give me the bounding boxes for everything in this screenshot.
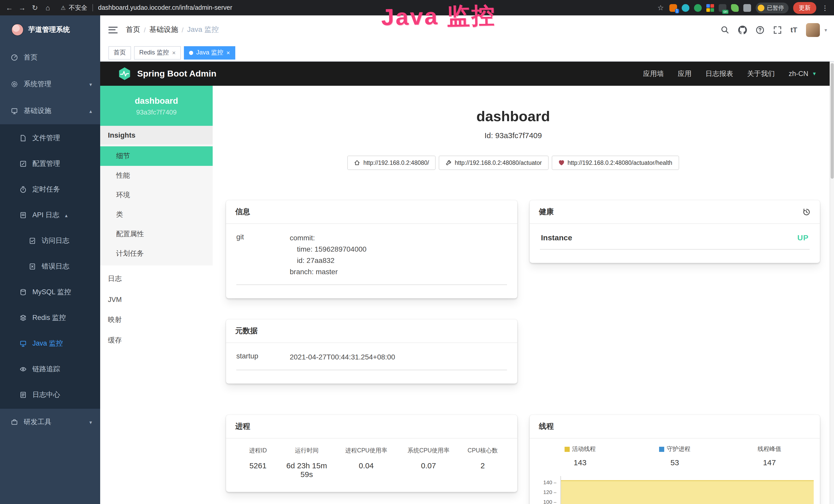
sidebar-item-home[interactable]: 首页 (0, 44, 100, 71)
spring-boot-admin-logo-icon (118, 67, 132, 81)
sba-item-mappings[interactable]: 映射 (100, 310, 213, 330)
sba-item-jvm[interactable]: JVM (100, 289, 213, 310)
sidebar-item-api-log[interactable]: API 日志 ▴ (0, 202, 100, 228)
live-threads-area (561, 480, 814, 504)
chevron-down-icon: ▾ (89, 82, 92, 87)
extension-icon[interactable] (682, 4, 689, 12)
sidebar-item-java-monitor[interactable]: Java 监控 (0, 331, 100, 357)
error-log-icon (29, 263, 36, 270)
extension-grid-icon[interactable] (706, 4, 714, 12)
sba-item-metrics[interactable]: 性能 (100, 166, 213, 185)
sidebar-item-tracing[interactable]: 链路追踪 (0, 357, 100, 382)
extension-icon[interactable]: on (719, 4, 726, 12)
y-tick: 120 (536, 489, 556, 495)
bookmark-star-icon[interactable]: ☆ (657, 4, 665, 12)
search-icon[interactable] (721, 25, 729, 34)
breadcrumb-separator: / (182, 26, 183, 33)
tab-label: Java 监控 (196, 48, 223, 57)
sba-instance-header[interactable]: dashboard 93a3fc7f7409 (100, 86, 213, 126)
timer-icon (20, 186, 27, 193)
tab-home[interactable]: 首页 (108, 46, 131, 59)
git-branch-line: branch: master (290, 266, 507, 277)
help-icon[interactable] (756, 25, 764, 34)
sidebar-item-file-management[interactable]: 文件管理 (0, 125, 100, 151)
extension-icon[interactable] (694, 4, 702, 12)
sba-item-environment[interactable]: 环境 (100, 185, 213, 205)
extension-icon[interactable]: 1 (670, 4, 677, 12)
sba-brand[interactable]: Spring Boot Admin (100, 67, 217, 81)
sidebar-submenu-infrastructure: 文件管理 配置管理 定时任务 API 日志 ▴ 访问日志 错误日志 (0, 124, 100, 409)
sidebar-item-mysql-monitor[interactable]: MySQL 监控 (0, 279, 100, 305)
breadcrumb-infrastructure[interactable]: 基础设施 (149, 25, 178, 35)
actuator-url-button[interactable]: http://192.168.0.2:48080/actuator (439, 156, 548, 170)
header-actions: tT ▾ (721, 23, 827, 37)
sidebar-item-label: 系统管理 (24, 79, 84, 89)
sba-sidebar: dashboard 93a3fc7f7409 Insights 细节 性能 环境… (100, 86, 213, 504)
history-icon[interactable] (803, 208, 811, 216)
sidebar-item-infrastructure[interactable]: 基础设施 ▴ (0, 97, 100, 124)
address-bar[interactable]: ⚠ 不安全 dashboard.yudao.iocoder.cn/infra/a… (57, 3, 652, 12)
browser-menu-icon[interactable]: ⋮ (821, 4, 829, 12)
sba-item-scheduled-tasks[interactable]: 计划任务 (100, 244, 213, 264)
profile-chip[interactable]: 已暂停 (756, 2, 789, 13)
home-icon[interactable]: ⌂ (44, 4, 52, 12)
live-threads-swatch-icon (564, 446, 569, 452)
scrollbar[interactable] (830, 62, 834, 504)
sidebar-item-access-log[interactable]: 访问日志 (0, 228, 100, 254)
service-url-button[interactable]: http://192.168.0.2:48080/ (348, 156, 436, 170)
sidebar-item-label: 研发工具 (24, 417, 84, 427)
browser-update-button[interactable]: 更新 (793, 2, 816, 14)
sba-nav-locale[interactable]: zh-CN (789, 70, 808, 77)
health-instance-row: Instance UP (540, 232, 810, 250)
avatar-caret-icon[interactable]: ▾ (825, 27, 827, 32)
font-size-icon[interactable]: tT (791, 26, 797, 34)
close-icon[interactable]: × (226, 49, 230, 56)
sidebar-item-label: API 日志 (32, 210, 59, 220)
sidebar-item-error-log[interactable]: 错误日志 (0, 254, 100, 279)
close-icon[interactable]: × (172, 49, 176, 56)
tab-redis-monitor[interactable]: Redis 监控 × (134, 46, 181, 59)
legend-label: 活动线程 (572, 445, 596, 453)
process-table-values: 5261 6d 23h 15m 59s 0.04 0.07 2 (236, 461, 507, 479)
sba-nav-applications[interactable]: 应用 (678, 69, 692, 78)
scrollbar-thumb[interactable] (831, 63, 834, 179)
system-cpu: 0.07 (399, 461, 458, 479)
sidebar-item-config-management[interactable]: 配置管理 (0, 151, 100, 177)
sba-nav-journal[interactable]: 日志报表 (705, 69, 733, 78)
extensions-puzzle-icon[interactable] (743, 4, 751, 12)
sba-instance-name: dashboard (135, 96, 178, 106)
reload-icon[interactable]: ↻ (31, 4, 39, 12)
sidebar-toggle-icon[interactable] (108, 26, 118, 33)
breadcrumb-home[interactable]: 首页 (126, 25, 140, 35)
tab-java-monitor[interactable]: Java 监控 × (184, 46, 235, 59)
github-icon[interactable] (738, 25, 747, 34)
sba-item-caches[interactable]: 缓存 (100, 330, 213, 351)
app-header: 首页 / 基础设施 / Java 监控 tT ▾ (100, 16, 834, 44)
extension-icon[interactable] (731, 4, 739, 12)
sba-item-config-props[interactable]: 配置属性 (100, 224, 213, 244)
app-logo: 芋道管理系统 (0, 16, 100, 44)
fullscreen-icon[interactable] (773, 25, 782, 34)
sidebar-item-redis-monitor[interactable]: Redis 监控 (0, 305, 100, 331)
sba-item-classes[interactable]: 类 (100, 205, 213, 224)
sba-item-details[interactable]: 细节 (100, 146, 213, 166)
sba-section-insights: Insights (100, 126, 213, 144)
process-card-title: 进程 (235, 421, 250, 431)
sidebar-item-devtools[interactable]: 研发工具 ▾ (0, 409, 100, 435)
sidebar-item-scheduled-jobs[interactable]: 定时任务 (0, 177, 100, 202)
security-label: 不安全 (69, 3, 87, 12)
breadcrumb-separator: / (144, 26, 146, 33)
screen: Java 监控 ← → ↻ ⌂ ⚠ 不安全 dashboard.yudao.io… (0, 0, 834, 504)
chevron-down-icon[interactable]: ▾ (813, 70, 816, 77)
heart-icon (558, 160, 564, 166)
forward-icon[interactable]: → (18, 4, 26, 12)
sba-nav-wallboard[interactable]: 应用墙 (643, 69, 664, 78)
sidebar-item-log-center[interactable]: 日志中心 (0, 382, 100, 408)
sidebar-item-system[interactable]: 系统管理 ▾ (0, 71, 100, 97)
health-url-button[interactable]: http://192.168.0.2:48080/actuator/health (551, 156, 679, 170)
sba-nav-about[interactable]: 关于我们 (747, 69, 775, 78)
user-avatar[interactable] (806, 23, 820, 37)
back-icon[interactable]: ← (5, 4, 13, 12)
process-col-header: 进程CPU使用率 (334, 447, 399, 455)
sba-item-logs[interactable]: 日志 (100, 269, 213, 289)
